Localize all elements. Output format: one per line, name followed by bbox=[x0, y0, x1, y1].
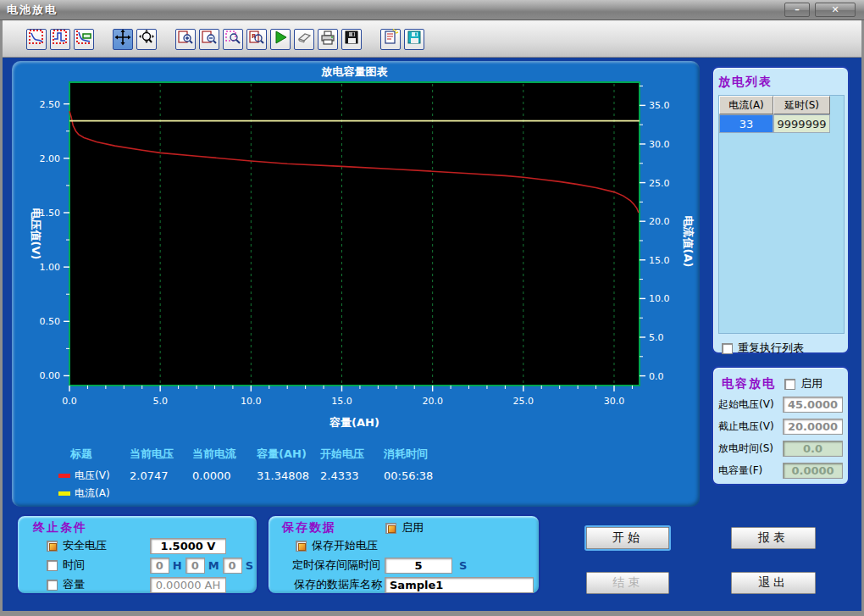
column-current[interactable]: 电流(A) bbox=[719, 96, 773, 114]
table-header: 电流(A) 延时(S) bbox=[719, 96, 844, 114]
db-name-row: 保存的数据库名称 Sample1 bbox=[282, 575, 539, 594]
erase-button[interactable] bbox=[294, 29, 314, 50]
repeat-list-option[interactable]: 重复执行列表 bbox=[722, 341, 843, 356]
voltage-swatch bbox=[58, 474, 70, 478]
cutoff-voltage-row: 截止电压(V) 20.0000 bbox=[718, 415, 843, 437]
zoom-extents-icon bbox=[138, 29, 155, 49]
toolbar: R bbox=[3, 20, 861, 58]
time-checkbox[interactable] bbox=[47, 560, 58, 571]
svg-text:20.0: 20.0 bbox=[649, 216, 670, 227]
save-interval-field[interactable]: 5 bbox=[385, 558, 452, 574]
svg-text:5.0: 5.0 bbox=[152, 396, 168, 407]
plot-legend-icon bbox=[75, 29, 92, 49]
save-data-title: 保存数据 bbox=[282, 520, 336, 536]
save-interval-row: 定时保存间隔时间 5 S bbox=[282, 556, 539, 574]
stop-button[interactable]: 结束 bbox=[586, 572, 669, 594]
pan-icon bbox=[114, 29, 131, 49]
start-voltage-field[interactable]: 45.0000 bbox=[783, 397, 843, 413]
time-row: 时间 0 H 0 M 0 S bbox=[33, 556, 257, 574]
plot-style-dots-button[interactable] bbox=[26, 29, 47, 50]
svg-text:10.0: 10.0 bbox=[241, 396, 262, 407]
pan-tool-button[interactable] bbox=[113, 29, 133, 50]
discharge-capacity-chart[interactable]: 0.05.010.015.020.025.030.00.000.501.001.… bbox=[12, 61, 700, 434]
save-start-voltage-checkbox[interactable] bbox=[296, 541, 307, 552]
db-name-field[interactable]: Sample1 bbox=[385, 577, 534, 593]
svg-text:0.50: 0.50 bbox=[40, 316, 61, 327]
capacitor-title: 电容放电 bbox=[722, 376, 776, 391]
svg-text:2.00: 2.00 bbox=[40, 153, 61, 164]
zoom-window-button[interactable] bbox=[223, 29, 243, 50]
report-button[interactable]: 报表 bbox=[731, 527, 816, 549]
discharge-time-field[interactable]: 0.0 bbox=[783, 441, 843, 457]
save-start-voltage-row: 保存开始电压 bbox=[282, 536, 539, 555]
svg-text:5.0: 5.0 bbox=[649, 332, 664, 343]
plot-step-icon bbox=[52, 29, 69, 49]
svg-text:放电容量图表: 放电容量图表 bbox=[321, 65, 389, 78]
zoom-out-button[interactable] bbox=[199, 29, 219, 50]
svg-text:35.0: 35.0 bbox=[649, 100, 670, 111]
time-seconds-field[interactable]: 0 bbox=[223, 558, 242, 574]
svg-text:1.00: 1.00 bbox=[40, 262, 61, 273]
stop-conditions-panel: 终止条件 安全电压 1.5000 V 时间 0 H 0 M 0 S 容量 0.0… bbox=[16, 514, 258, 595]
save-data-panel: 保存数据 启用 保存开始电压 定时保存间隔时间 5 S 保存的数据库名称 Sam… bbox=[267, 514, 540, 595]
title-bar[interactable]: 电池放电 – ✕ bbox=[0, 0, 864, 20]
svg-text:15.0: 15.0 bbox=[331, 396, 352, 407]
svg-text:20.0: 20.0 bbox=[422, 396, 443, 407]
svg-text:0.00: 0.00 bbox=[40, 370, 61, 381]
capacitance-field[interactable]: 0.0000 bbox=[783, 463, 843, 479]
discharge-list-table[interactable]: 电流(A) 延时(S) 339999999 bbox=[718, 95, 845, 334]
minimize-button[interactable]: – bbox=[784, 3, 810, 17]
time-hours-field[interactable]: 0 bbox=[150, 558, 169, 574]
zoom-restore-icon: R bbox=[248, 29, 265, 49]
report-doc-button[interactable] bbox=[380, 29, 401, 50]
printer-icon bbox=[319, 29, 336, 49]
zoom-out-icon bbox=[201, 29, 218, 49]
column-delay[interactable]: 延时(S) bbox=[773, 96, 830, 114]
save-enable-checkbox[interactable] bbox=[385, 523, 396, 534]
start-button[interactable]: 开始 bbox=[586, 527, 669, 549]
play-icon bbox=[272, 29, 289, 49]
svg-text:15.0: 15.0 bbox=[649, 255, 670, 266]
stat-elapsed: 消耗时间 00:56:38 bbox=[384, 447, 485, 482]
svg-text:25.0: 25.0 bbox=[513, 396, 534, 407]
safety-voltage-checkbox[interactable] bbox=[47, 541, 58, 552]
chart-panel: 0.05.010.015.020.025.030.00.000.501.001.… bbox=[12, 61, 700, 507]
window-title: 电池放电 bbox=[7, 3, 58, 18]
client-area: 0.05.010.015.020.025.030.00.000.501.001.… bbox=[3, 58, 861, 611]
discharge-list-panel: 放电列表 电流(A) 延时(S) 339999999 重复执行列表 bbox=[712, 66, 850, 354]
capacity-field[interactable]: 0.00000 AH bbox=[150, 577, 226, 593]
cutoff-voltage-field[interactable]: 20.0000 bbox=[783, 419, 843, 435]
capacitor-enable-checkbox[interactable] bbox=[784, 379, 795, 390]
plot-style-step-button[interactable] bbox=[50, 29, 70, 50]
run-button[interactable] bbox=[270, 29, 291, 50]
capacitance-row: 电容量(F) 0.0000 bbox=[718, 459, 843, 481]
exit-button[interactable]: 退出 bbox=[731, 572, 816, 594]
safety-voltage-field[interactable]: 1.5000 V bbox=[150, 538, 226, 554]
current-swatch bbox=[58, 491, 70, 496]
zoom-extents-button[interactable] bbox=[136, 29, 157, 50]
eraser-icon bbox=[296, 29, 313, 49]
close-button[interactable]: ✕ bbox=[815, 3, 856, 17]
zoom-restore-button[interactable]: R bbox=[246, 29, 267, 50]
print-button[interactable] bbox=[318, 29, 338, 50]
plot-dots-icon bbox=[28, 29, 45, 49]
safety-voltage-row: 安全电压 1.5000 V bbox=[33, 536, 257, 555]
legend-current: 电流(A) bbox=[58, 486, 160, 501]
time-minutes-field[interactable]: 0 bbox=[186, 558, 205, 574]
start-voltage-row: 起始电压(V) 45.0000 bbox=[718, 393, 843, 415]
floppy-teal-icon bbox=[406, 29, 423, 49]
discharge-time-row: 放电时间(S) 0.0 bbox=[718, 437, 843, 459]
plot-style-legend-button[interactable] bbox=[74, 29, 94, 50]
svg-text:电流值(A): 电流值(A) bbox=[682, 216, 695, 268]
save-button[interactable] bbox=[341, 29, 362, 50]
capacity-checkbox[interactable] bbox=[47, 580, 58, 591]
repeat-list-checkbox[interactable] bbox=[722, 343, 733, 354]
svg-text:电压值(V): 电压值(V) bbox=[30, 208, 42, 260]
zoom-in-button[interactable] bbox=[175, 29, 196, 50]
save-data-button[interactable] bbox=[404, 29, 424, 50]
table-row[interactable]: 339999999 bbox=[719, 114, 844, 133]
report-doc-icon bbox=[382, 29, 399, 49]
stop-conditions-title: 终止条件 bbox=[33, 520, 257, 536]
discharge-list-title: 放电列表 bbox=[718, 75, 843, 90]
svg-text:30.0: 30.0 bbox=[604, 396, 625, 407]
